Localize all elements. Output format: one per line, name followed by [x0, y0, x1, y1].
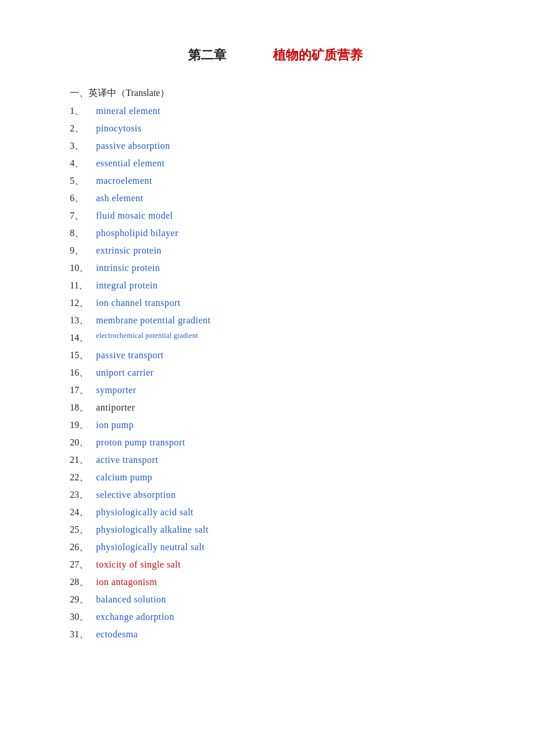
list-item: 22、calcium pump	[70, 469, 480, 486]
term-text: exchange adorption	[96, 609, 174, 625]
term-text: pinocytosis	[96, 120, 141, 137]
term-text: electrochemical potential gradient	[96, 330, 198, 342]
list-item: 9、extrinsic protein	[70, 243, 480, 259]
list-item: 16、uniport carrier	[70, 365, 480, 381]
list-item: 13、membrane potential gradient	[70, 312, 480, 329]
term-text: mineral element	[96, 103, 161, 119]
term-number: 2、	[70, 120, 96, 137]
term-text: fluid mosaic model	[96, 208, 173, 224]
term-list: 1、mineral element2、pinocytosis3、passive …	[70, 103, 480, 643]
term-text: ectodesma	[96, 626, 138, 643]
term-number: 23、	[70, 487, 96, 503]
list-item: 15、passive transport	[70, 347, 480, 363]
term-number: 12、	[70, 295, 96, 311]
term-text: symporter	[96, 382, 136, 398]
list-item: 11、integral protein	[70, 277, 480, 294]
term-number: 16、	[70, 365, 96, 381]
term-number: 20、	[70, 434, 96, 451]
term-text: ion pump	[96, 417, 134, 433]
term-number: 13、	[70, 312, 96, 329]
list-item: 23、selective absorption	[70, 487, 480, 503]
term-text: selective absorption	[96, 487, 176, 503]
list-item: 26、physiologically neutral salt	[70, 539, 480, 555]
list-item: 30、exchange adorption	[70, 609, 480, 625]
term-number: 4、	[70, 155, 96, 172]
term-number: 9、	[70, 243, 96, 259]
section-label: 一、英译中（Translate）	[70, 87, 480, 99]
term-text: macroelement	[96, 173, 152, 189]
term-text: antiporter	[96, 400, 135, 416]
term-number: 22、	[70, 469, 96, 486]
term-number: 30、	[70, 609, 96, 625]
term-text: physiologically acid salt	[96, 504, 194, 520]
term-number: 10、	[70, 260, 96, 276]
term-number: 11、	[70, 277, 96, 294]
term-text: balanced solution	[96, 591, 166, 608]
term-number: 15、	[70, 347, 96, 363]
term-number: 25、	[70, 522, 96, 538]
term-text: ion channel transport	[96, 295, 180, 311]
term-number: 24、	[70, 504, 96, 520]
term-number: 3、	[70, 138, 96, 154]
term-number: 1、	[70, 103, 96, 119]
list-item: 4、essential element	[70, 155, 480, 172]
list-item: 29、balanced solution	[70, 591, 480, 608]
chapter-subtitle: 植物的矿质营养	[273, 47, 363, 64]
list-item: 19、ion pump	[70, 417, 480, 433]
term-text: passive absorption	[96, 138, 170, 154]
list-item: 28、ion antagonism	[70, 574, 480, 590]
list-item: 31、ectodesma	[70, 626, 480, 643]
list-item: 6、ash element	[70, 190, 480, 206]
term-text: active transport	[96, 452, 158, 468]
term-number: 26、	[70, 539, 96, 555]
term-number: 14、	[70, 330, 96, 346]
list-item: 21、active transport	[70, 452, 480, 468]
list-item: 8、phospholipid bilayer	[70, 225, 480, 241]
page-header: 第二章 植物的矿质营养	[70, 47, 480, 64]
term-number: 8、	[70, 225, 96, 241]
list-item: 14、electrochemical potential gradient	[70, 330, 480, 346]
term-text: physiologically neutral salt	[96, 539, 205, 555]
term-number: 5、	[70, 173, 96, 189]
list-item: 5、macroelement	[70, 173, 480, 189]
list-item: 2、pinocytosis	[70, 120, 480, 137]
term-text: membrane potential gradient	[96, 312, 211, 329]
term-text: integral protein	[96, 277, 158, 294]
list-item: 12、ion channel transport	[70, 295, 480, 311]
list-item: 20、proton pump transport	[70, 434, 480, 451]
term-number: 19、	[70, 417, 96, 433]
list-item: 1、mineral element	[70, 103, 480, 119]
term-text: extrinsic protein	[96, 243, 162, 259]
term-text: passive transport	[96, 347, 164, 363]
term-text: intrinsic protein	[96, 260, 160, 276]
term-number: 6、	[70, 190, 96, 206]
term-number: 29、	[70, 591, 96, 608]
chapter-number: 第二章	[188, 47, 226, 64]
term-number: 27、	[70, 557, 96, 573]
term-text: ion antagonism	[96, 574, 157, 590]
term-text: toxicity of single salt	[96, 557, 181, 573]
list-item: 24、physiologically acid salt	[70, 504, 480, 520]
term-text: essential element	[96, 155, 165, 172]
list-item: 25、physiologically alkaline salt	[70, 522, 480, 538]
list-item: 17、symporter	[70, 382, 480, 398]
list-item: 7、fluid mosaic model	[70, 208, 480, 224]
term-text: calcium pump	[96, 469, 152, 486]
list-item: 3、passive absorption	[70, 138, 480, 154]
term-text: physiologically alkaline salt	[96, 522, 208, 538]
term-number: 28、	[70, 574, 96, 590]
term-number: 17、	[70, 382, 96, 398]
list-item: 10、intrinsic protein	[70, 260, 480, 276]
term-number: 7、	[70, 208, 96, 224]
list-item: 27、toxicity of single salt	[70, 557, 480, 573]
term-number: 18、	[70, 400, 96, 416]
term-text: uniport carrier	[96, 365, 154, 381]
term-text: phospholipid bilayer	[96, 225, 179, 241]
term-text: ash element	[96, 190, 143, 206]
term-number: 21、	[70, 452, 96, 468]
list-item: 18、antiporter	[70, 400, 480, 416]
term-text: proton pump transport	[96, 434, 185, 451]
term-number: 31、	[70, 626, 96, 643]
